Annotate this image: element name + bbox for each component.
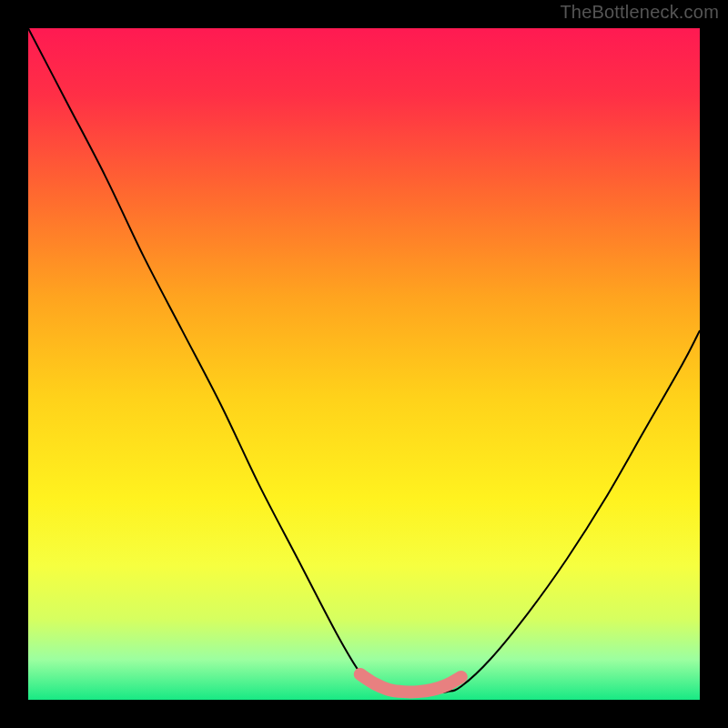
chart-frame: TheBottleneck.com (0, 0, 728, 728)
gradient-bg (28, 28, 700, 700)
plot-svg (28, 28, 700, 700)
watermark-text: TheBottleneck.com (560, 2, 719, 23)
bottleneck-plot (28, 28, 700, 700)
